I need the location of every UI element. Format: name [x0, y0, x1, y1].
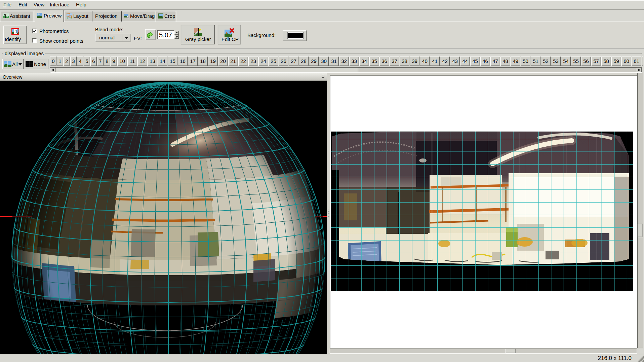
- svg-text:GL: GL: [37, 13, 40, 15]
- svg-text:1: 1: [15, 30, 17, 34]
